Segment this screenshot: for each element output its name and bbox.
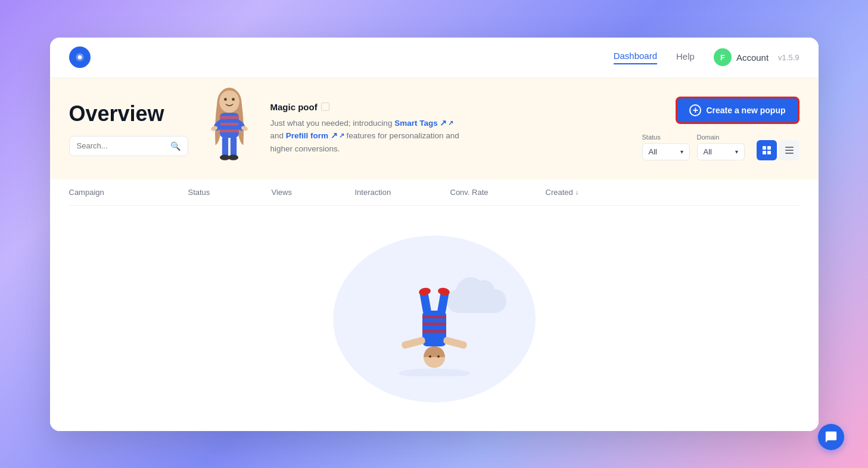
list-icon: [785, 145, 794, 155]
avatar: F: [714, 48, 732, 66]
domain-chevron-icon: ▾: [735, 148, 738, 155]
logo: [69, 47, 91, 68]
header: Dashboard Help F Account v1.5.9: [50, 38, 819, 78]
account-label: Account: [736, 52, 769, 63]
prefill-form-link[interactable]: Prefill form ↗: [286, 129, 344, 142]
banner: Overview 🔍: [50, 78, 819, 179]
col-interaction: Interaction: [355, 188, 450, 197]
banner-controls: + Create a new popup Status All ▾ Domain: [642, 97, 799, 160]
col-conv-rate: Conv. Rate: [450, 188, 546, 197]
svg-point-3: [219, 90, 239, 113]
svg-rect-22: [785, 153, 794, 154]
col-created-label: Created: [546, 188, 573, 197]
svg-rect-36: [443, 336, 468, 349]
status-filter-label: Status: [642, 134, 690, 141]
nav-dashboard[interactable]: Dashboard: [614, 51, 657, 64]
person-svg: [375, 287, 494, 376]
status-filter-group: Status All ▾: [642, 134, 690, 160]
table-area: Campaign Status Views Interaction Conv. …: [50, 179, 819, 206]
nav-links: Dashboard Help: [614, 51, 695, 64]
svg-rect-16: [763, 146, 766, 150]
sort-icon: ↓: [575, 188, 579, 196]
status-filter-value: All: [649, 147, 657, 156]
col-campaign-label: Campaign: [69, 188, 104, 197]
svg-rect-13: [230, 137, 236, 156]
announcement-text-middle: and: [270, 131, 284, 140]
svg-rect-26: [422, 323, 446, 326]
domain-filter-value: All: [704, 147, 712, 156]
col-views-label: Views: [272, 188, 292, 197]
announcement-title-text: Magic poof: [270, 102, 318, 112]
svg-point-29: [429, 355, 431, 358]
announcement-text: Just what you needed; introducing Smart …: [270, 117, 473, 156]
col-campaign: Campaign: [69, 188, 188, 197]
header-right: F Account v1.5.9: [714, 48, 799, 66]
svg-rect-17: [767, 146, 771, 150]
beta-icon: [321, 103, 329, 111]
list-view-button[interactable]: [779, 140, 799, 160]
logo-svg: [74, 51, 86, 63]
create-button-label: Create a new popup: [706, 106, 785, 115]
mascot-illustration: [203, 78, 256, 168]
grid-icon: [762, 145, 771, 155]
svg-point-1: [77, 55, 82, 60]
svg-point-4: [224, 98, 227, 101]
table-header: Campaign Status Views Interaction Conv. …: [69, 179, 799, 206]
grid-view-button[interactable]: [757, 140, 777, 160]
mascot-svg: [203, 78, 256, 168]
search-box[interactable]: 🔍: [69, 136, 188, 156]
svg-rect-12: [222, 137, 228, 156]
domain-filter-select[interactable]: All ▾: [697, 143, 745, 160]
svg-rect-27: [422, 330, 446, 333]
main-content: Overview 🔍: [50, 78, 819, 431]
svg-rect-21: [785, 150, 794, 151]
empty-state-illustration: [309, 230, 559, 379]
create-popup-button[interactable]: + Create a new popup: [676, 97, 799, 124]
col-created[interactable]: Created ↓: [546, 188, 641, 197]
version-label: v1.5.9: [778, 53, 799, 62]
search-icon: 🔍: [170, 141, 181, 151]
domain-filter-label: Domain: [697, 134, 745, 141]
app-logo-icon: [69, 47, 91, 68]
search-input[interactable]: [77, 141, 166, 150]
status-filter-select[interactable]: All ▾: [642, 143, 690, 160]
svg-point-15: [228, 154, 238, 160]
announcement-title: Magic poof: [270, 102, 628, 112]
status-chevron-icon: ▾: [680, 148, 683, 155]
banner-announcement: Magic poof Just what you needed; introdu…: [270, 102, 628, 156]
col-conv-rate-label: Conv. Rate: [450, 188, 489, 197]
page-title-area: Overview 🔍: [69, 101, 188, 156]
svg-rect-18: [763, 151, 766, 154]
col-views: Views: [272, 188, 355, 197]
svg-point-23: [399, 368, 470, 376]
svg-rect-19: [767, 151, 771, 154]
chat-icon: [825, 430, 838, 444]
col-status: Status: [188, 188, 272, 197]
person-figure: [375, 287, 494, 379]
smart-tags-link[interactable]: Smart Tags ↗: [394, 117, 453, 130]
svg-point-5: [232, 98, 235, 101]
svg-rect-20: [785, 147, 794, 148]
view-toggles: [757, 140, 799, 160]
account-button[interactable]: F Account: [714, 48, 769, 66]
filters-row: Status All ▾ Domain All ▾: [642, 134, 799, 160]
svg-rect-8: [220, 123, 239, 126]
page-title: Overview: [69, 101, 188, 126]
col-status-label: Status: [188, 188, 210, 197]
svg-rect-35: [401, 336, 426, 349]
announcement-text-before: Just what you needed; introducing: [270, 119, 393, 128]
app-window: Dashboard Help F Account v1.5.9 Overview…: [50, 38, 819, 431]
svg-rect-25: [422, 315, 446, 318]
svg-point-30: [437, 355, 440, 358]
svg-rect-9: [220, 129, 239, 132]
col-interaction-label: Interaction: [355, 188, 391, 197]
chat-support-button[interactable]: [818, 424, 844, 450]
empty-state: [50, 206, 819, 402]
plus-circle-icon: +: [689, 104, 701, 116]
nav-help[interactable]: Help: [676, 51, 695, 64]
svg-rect-7: [220, 116, 239, 119]
domain-filter-group: Domain All ▾: [697, 134, 745, 160]
